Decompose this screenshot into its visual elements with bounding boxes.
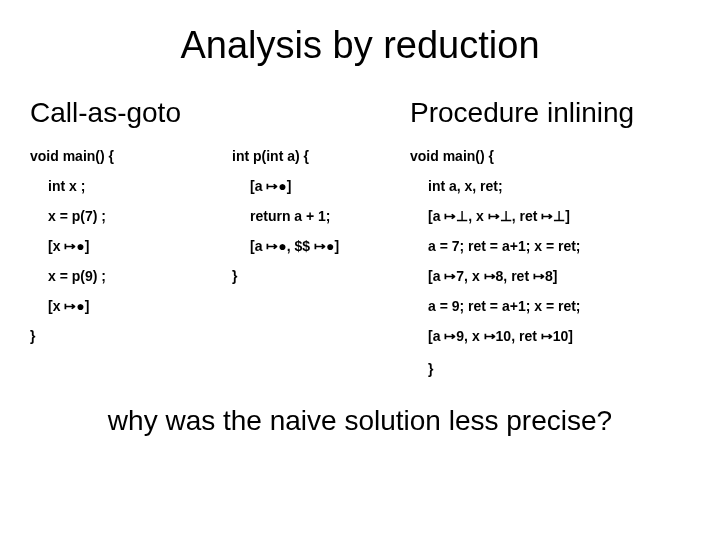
code-line: [a ↦●, $$ ↦●] [232,231,402,261]
code-text: [a ↦⊥, x ↦⊥, ret ↦⊥] [428,209,570,223]
code-line: void main() { [410,141,690,171]
code-line: [x ↦●] [30,291,230,321]
spacer [410,351,690,361]
code-line: [x ↦●] [30,231,230,261]
column-procedure-p: int p(int a) { [a ↦●] return a + 1; [a ↦… [232,97,402,377]
column-procedure-inlining: Procedure inlining void main() { int a, … [410,97,690,377]
slide-root: Analysis by reduction Call-as-goto void … [0,0,720,540]
code-text: int x ; [48,179,85,193]
code-line: return a + 1; [232,201,402,231]
code-text: } [232,269,237,283]
code-text: [a ↦●, $$ ↦●] [250,239,339,253]
code-line: void main() { [30,141,230,171]
code-text: [x ↦●] [48,239,89,253]
code-text: [a ↦7, x ↦8, ret ↦8] [428,269,557,283]
code-line: x = p(7) ; [30,201,230,231]
code-line: [a ↦7, x ↦8, ret ↦8] [410,261,690,291]
code-line: int a, x, ret; [410,171,690,201]
code-text: x = p(9) ; [48,269,106,283]
code-text: a = 9; ret = a+1; x = ret; [428,299,581,313]
slide-title: Analysis by reduction [30,24,690,67]
column-call-as-goto: Call-as-goto void main() { int x ; x = p… [30,97,230,377]
code-text: int a, x, ret; [428,179,503,193]
question-text: why was the naive solution less precise? [30,405,690,437]
heading-procedure-inlining: Procedure inlining [410,97,690,129]
code-line: a = 9; ret = a+1; x = ret; [410,291,690,321]
code-text: return a + 1; [250,209,331,223]
code-line-closing-brace: } [410,361,690,377]
code-line: [a ↦●] [232,171,402,201]
code-text: a = 7; ret = a+1; x = ret; [428,239,581,253]
code-text: x = p(7) ; [48,209,106,223]
code-line: a = 7; ret = a+1; x = ret; [410,231,690,261]
code-line: x = p(9) ; [30,261,230,291]
code-text: int p(int a) { [232,149,309,163]
code-text: } [30,329,35,343]
code-line: int p(int a) { [232,141,402,171]
code-text: [a ↦●] [250,179,291,193]
code-text: [a ↦9, x ↦10, ret ↦10] [428,329,573,343]
heading-call-as-goto: Call-as-goto [30,97,230,129]
code-text: } [428,361,433,377]
code-line: [a ↦⊥, x ↦⊥, ret ↦⊥] [410,201,690,231]
code-line: } [232,261,402,291]
code-line: [a ↦9, x ↦10, ret ↦10] [410,321,690,351]
code-line: int x ; [30,171,230,201]
columns: Call-as-goto void main() { int x ; x = p… [30,97,690,377]
code-line: } [30,321,230,351]
code-text: [x ↦●] [48,299,89,313]
spacer [232,97,402,141]
code-text: void main() { [410,149,494,163]
code-text: void main() { [30,149,114,163]
